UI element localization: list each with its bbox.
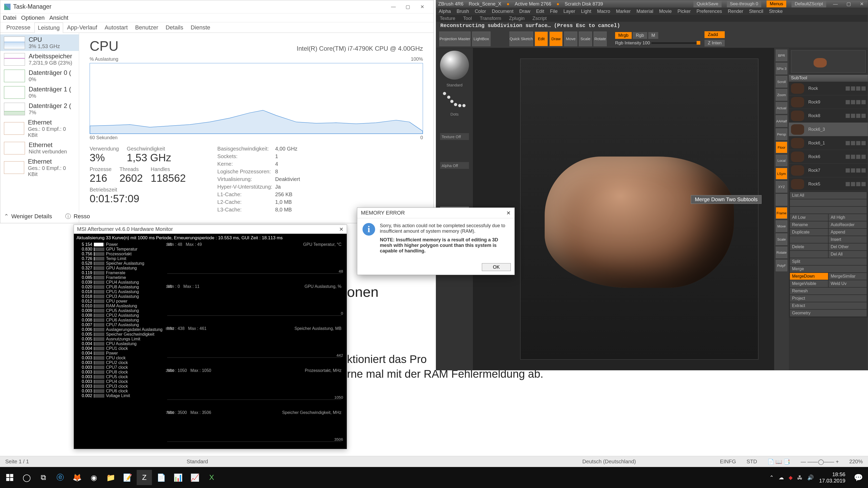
material-ball[interactable] [440, 51, 469, 79]
tab-prozesse[interactable]: Prozesse [3, 22, 34, 33]
action-mergedown[interactable]: MergeDown [790, 273, 828, 280]
tab-dienste[interactable]: Dienste [187, 22, 214, 33]
tab-benutzer[interactable]: Benutzer [132, 22, 162, 33]
sensor-row[interactable]: 0.005Ausnutzungs Limit [76, 337, 162, 341]
dialog-close-icon[interactable]: ✕ [506, 210, 511, 216]
zb-ricon-local[interactable]: Local [776, 155, 787, 166]
minimize-button[interactable]: — [386, 2, 401, 12]
zb-ricon-aahalf[interactable]: AAHalf [776, 115, 787, 127]
zmenu-file[interactable]: File [550, 9, 558, 14]
zmenu-macro[interactable]: Macro [597, 9, 610, 14]
action-delall[interactable]: Del All [829, 251, 867, 258]
msi-titlebar[interactable]: MSI Afterburner v4.6.0 Hardware Monitor … [74, 225, 347, 234]
sensor-row[interactable]: 0.010RAM Auslastung [76, 304, 162, 308]
menu-datei[interactable]: Datei [3, 14, 16, 21]
zb-minimize-icon[interactable]: — [832, 1, 839, 7]
sensor-row[interactable]: 0.003CPU2 clock [76, 360, 162, 365]
zb-ricon-floor[interactable]: Floor [776, 141, 787, 153]
action-autoreorder[interactable]: AutoReorder [829, 221, 867, 228]
sensor-row[interactable]: 0.756Prozessortakt [76, 252, 162, 256]
writer-icon[interactable]: 📄 [154, 470, 169, 485]
edge-icon[interactable]: ⓔ [53, 470, 68, 485]
subtool-header[interactable]: SubTool [789, 75, 868, 82]
sidebar-ethernet[interactable]: EthernetNicht verbunden [0, 140, 79, 156]
action-remesh[interactable]: Remesh [790, 288, 867, 294]
msi-graph[interactable]: Min : 1050 Max : 1050Prozessortakt, MHz2… [167, 368, 341, 400]
zmenu-alpha[interactable]: Alpha [439, 9, 451, 14]
zb-ricon-blank[interactable] [776, 194, 787, 206]
zb-ricon-zoom[interactable]: Zoom [776, 89, 787, 101]
sidebar-cpu[interactable]: CPU3% 1,53 GHz [0, 34, 79, 51]
action-delete[interactable]: Delete [790, 243, 828, 250]
system-tray[interactable]: ⌃ ☁ ◆ 🖧 🔊 [769, 474, 814, 481]
action-geometry[interactable]: Geometry [790, 310, 867, 317]
sensor-row[interactable]: 0.039CPU4 Auslastung [76, 280, 162, 285]
sensor-row[interactable]: 0.003CPU8 clock [76, 370, 162, 375]
sensor-row[interactable]: 0.004CPU1 clock [76, 346, 162, 351]
zmenu-brush[interactable]: Brush [457, 9, 469, 14]
page-indicator[interactable]: Seite 1 / 1 [5, 459, 29, 465]
zmenu-stroke[interactable]: Stroke [769, 9, 783, 14]
zmenu-layer[interactable]: Layer [563, 9, 575, 14]
sidebar-ethernet[interactable]: EthernetGes.: 0 Empf.: 0 KBit [0, 117, 79, 140]
action-project[interactable]: Project [790, 295, 867, 302]
subtool-rock[interactable]: Rock [789, 82, 868, 95]
sensor-row[interactable]: 5 154Power [76, 242, 162, 247]
current-tool-thumb[interactable] [791, 50, 866, 73]
mrgb-toggle[interactable]: Mrgb [615, 32, 632, 39]
msi-graph[interactable]: Min : 0 Max : 11GPU Auslastung, %1000 [167, 284, 341, 316]
onedrive-icon[interactable]: ☁ [779, 474, 784, 481]
quicksave-button[interactable]: QuickSave [693, 1, 721, 7]
zsubmenu-transform[interactable]: Transform [480, 16, 501, 21]
zsubmenu-zscript[interactable]: Zscript [532, 16, 547, 21]
seethrough-slider[interactable]: See-through 0 [727, 1, 762, 7]
zb-ricon-spix3[interactable]: SPix 3 [776, 63, 787, 74]
calc-icon[interactable]: 📊 [170, 470, 186, 485]
maximize-button[interactable]: ▢ [401, 2, 415, 12]
sidebar-ethernet[interactable]: EthernetGes.: 0 Empf.: 0 KBit [0, 156, 79, 179]
notifications-icon[interactable]: 💬 [851, 470, 866, 485]
zb-close-icon[interactable]: ✕ [858, 1, 866, 7]
firefox-icon[interactable]: 🦊 [69, 470, 85, 485]
msi-close-icon[interactable]: ✕ [339, 226, 344, 232]
zadd-toggle[interactable]: Zadd [705, 31, 725, 38]
zb-ricon-xyz[interactable]: XYZ [776, 181, 787, 193]
menu-ansicht[interactable]: Ansicht [50, 14, 68, 21]
action-merge[interactable]: Merge [790, 265, 867, 272]
zmenu-stencil[interactable]: Stencil [749, 9, 763, 14]
stroke-dots-preview[interactable] [441, 90, 468, 109]
rotate-mode-button[interactable]: Rotate [594, 32, 607, 46]
zbrush-titlebar[interactable]: ZBrush 4R6 Rock_Scene_X ●Active Mem 2766… [436, 0, 868, 8]
rgb-toggle[interactable]: Rgb [633, 32, 647, 39]
subtool-rock6_1[interactable]: Rock6_1 [789, 136, 868, 150]
sensor-row[interactable]: 0.085Frametime [76, 275, 162, 280]
zmenu-edit[interactable]: Edit [536, 9, 544, 14]
action-welduv[interactable]: Weld Uv [829, 280, 867, 287]
explorer-icon[interactable]: 📁 [103, 470, 118, 485]
action-allhigh[interactable]: All High [829, 214, 867, 221]
sensor-row[interactable]: 0.018CPU1 Auslastung [76, 289, 162, 294]
zb-ricon-actual[interactable]: Actual [776, 102, 787, 114]
tab-details[interactable]: Details [162, 22, 187, 33]
open-resource-monitor[interactable]: Resso [73, 213, 90, 220]
action-delother[interactable]: Del Other [829, 243, 867, 250]
zb-ricon-scale[interactable]: Scale [776, 233, 787, 245]
zmenu-movie[interactable]: Movie [659, 9, 672, 14]
task-manager-titlebar[interactable]: Task-Manager — ▢ ✕ [0, 0, 433, 13]
z-intensity-label[interactable]: Z Inten [705, 40, 725, 46]
sensor-row[interactable]: 0.012CPU power [76, 299, 162, 304]
zb-ricon-frame[interactable]: Frame [776, 207, 787, 219]
subtool-rock5[interactable]: Rock5 [789, 177, 868, 191]
sensor-row[interactable]: 0.003CPU3 clock [76, 384, 162, 389]
excel-icon[interactable]: X [204, 470, 219, 485]
defaultzscript-button[interactable]: DefaultZScript [792, 1, 826, 7]
action-mergesimilar[interactable]: MergeSimilar [829, 273, 867, 280]
sensor-row[interactable]: 0.020CPU8 Auslastung [76, 285, 162, 289]
sensor-row[interactable]: 0.005Speicher Geschwindigkeit [76, 332, 162, 337]
taskbar-clock[interactable]: 18:56 17.03.2019 [819, 471, 845, 484]
zbrush-taskbar-icon[interactable]: Z [137, 470, 152, 485]
zbrush-viewport[interactable] [520, 59, 758, 360]
zb-ricon-polyf[interactable]: PolyF [776, 260, 787, 271]
sensor-row[interactable]: 0.726Temp Limit [76, 256, 162, 261]
action-listall[interactable]: List All [790, 192, 867, 199]
